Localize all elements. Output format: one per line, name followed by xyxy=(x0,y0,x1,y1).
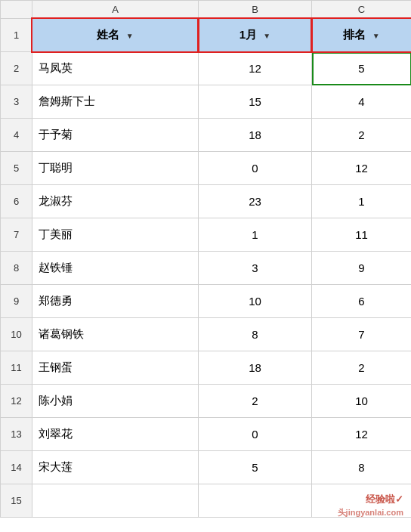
rownum-8: 8 xyxy=(1,252,32,285)
header-label-jan: 1月 xyxy=(239,28,257,41)
cell-jan[interactable]: 2 xyxy=(199,385,312,418)
cell-rank[interactable]: 5 xyxy=(312,52,412,85)
rownum-13: 13 xyxy=(1,418,32,451)
col-header-b: B xyxy=(199,1,312,19)
cell-rank[interactable]: 10 xyxy=(312,385,412,418)
cell-jan[interactable] xyxy=(199,484,312,518)
header-label-rank: 排名 xyxy=(343,28,366,41)
cell-name[interactable]: 龙淑芬 xyxy=(32,185,199,218)
table-row: 12陈小娟210 xyxy=(1,385,412,418)
col-header-a: A xyxy=(32,1,199,19)
header-cell-rank[interactable]: 排名 ▼ xyxy=(312,19,412,52)
rownum-15: 15 xyxy=(1,484,32,518)
cell-rank[interactable]: 4 xyxy=(312,85,412,119)
rownum-11: 11 xyxy=(1,351,32,385)
cell-rank[interactable]: 12 xyxy=(312,152,412,185)
header-cell-name[interactable]: 姓名 ▼ xyxy=(32,19,199,52)
table-row: 2马凤英125 xyxy=(1,52,412,85)
rownum-5: 5 xyxy=(1,152,32,185)
cell-name[interactable]: 赵铁锤 xyxy=(32,252,199,285)
rownum-1: 1 xyxy=(1,19,32,52)
cell-name[interactable]: 丁聪明 xyxy=(32,152,199,185)
rownum-12: 12 xyxy=(1,385,32,418)
col-header-c: C xyxy=(312,1,412,19)
cell-jan[interactable]: 8 xyxy=(199,318,312,351)
cell-name[interactable]: 丁美丽 xyxy=(32,218,199,252)
watermark: 经验啦✓ 头jingyanlai.com xyxy=(338,493,403,518)
cell-rank[interactable]: 12 xyxy=(312,418,412,451)
cell-rank[interactable]: 2 xyxy=(312,351,412,385)
rownum-9: 9 xyxy=(1,285,32,318)
watermark-line1: 经验啦✓ xyxy=(338,493,403,506)
cell-jan[interactable]: 12 xyxy=(199,52,312,85)
grid-wrapper: A B C 1 姓名 ▼ 1月 ▼ xyxy=(0,0,411,532)
cell-name[interactable]: 马凤英 xyxy=(32,52,199,85)
cell-rank[interactable]: 7 xyxy=(312,318,412,351)
rownum-6: 6 xyxy=(1,185,32,218)
cell-name[interactable]: 郑德勇 xyxy=(32,285,199,318)
table-row: 4于予菊182 xyxy=(1,119,412,152)
cell-rank[interactable]: 9 xyxy=(312,252,412,285)
cell-jan[interactable]: 15 xyxy=(199,85,312,119)
rownum-14: 14 xyxy=(1,451,32,484)
table-row: 14宋大莲58 xyxy=(1,451,412,484)
filter-btn-name[interactable]: ▼ xyxy=(126,32,134,40)
cell-jan[interactable]: 3 xyxy=(199,252,312,285)
cell-rank[interactable]: 8 xyxy=(312,451,412,484)
table-row: 7丁美丽111 xyxy=(1,218,412,252)
table-row: 13刘翠花012 xyxy=(1,418,412,451)
cell-jan[interactable]: 1 xyxy=(199,218,312,252)
spreadsheet: A B C 1 姓名 ▼ 1月 ▼ xyxy=(0,0,411,532)
cell-name[interactable]: 詹姆斯下士 xyxy=(32,85,199,119)
header-label-name: 姓名 xyxy=(97,28,119,41)
table-row: 10诸葛钢铁87 xyxy=(1,318,412,351)
spreadsheet-table: A B C 1 姓名 ▼ 1月 ▼ xyxy=(0,0,411,518)
cell-name[interactable]: 刘翠花 xyxy=(32,418,199,451)
table-row: 6龙淑芬231 xyxy=(1,185,412,218)
table-row: 9郑德勇106 xyxy=(1,285,412,318)
cell-jan[interactable]: 18 xyxy=(199,351,312,385)
cell-name[interactable]: 诸葛钢铁 xyxy=(32,318,199,351)
rownum-3: 3 xyxy=(1,85,32,119)
cell-rank[interactable]: 11 xyxy=(312,218,412,252)
column-header-row: A B C xyxy=(1,1,412,19)
filter-btn-rank[interactable]: ▼ xyxy=(372,32,380,40)
cell-name[interactable]: 陈小娟 xyxy=(32,385,199,418)
filter-btn-jan[interactable]: ▼ xyxy=(263,32,270,40)
cell-jan[interactable]: 18 xyxy=(199,119,312,152)
header-cell-jan[interactable]: 1月 ▼ xyxy=(199,19,312,52)
cell-jan[interactable]: 10 xyxy=(199,285,312,318)
cell-name[interactable]: 于予菊 xyxy=(32,119,199,152)
cell-rank[interactable]: 1 xyxy=(312,185,412,218)
cell-name[interactable]: 王钢蛋 xyxy=(32,351,199,385)
corner-cell xyxy=(1,1,32,19)
cell-name[interactable] xyxy=(32,484,199,518)
cell-jan[interactable]: 23 xyxy=(199,185,312,218)
cell-jan[interactable]: 5 xyxy=(199,451,312,484)
table-row: 8赵铁锤39 xyxy=(1,252,412,285)
cell-jan[interactable]: 0 xyxy=(199,152,312,185)
cell-jan[interactable]: 0 xyxy=(199,418,312,451)
table-row: 5丁聪明012 xyxy=(1,152,412,185)
watermark-line2: 头jingyanlai.com xyxy=(338,507,403,518)
rownum-2: 2 xyxy=(1,52,32,85)
rownum-4: 4 xyxy=(1,119,32,152)
rownum-10: 10 xyxy=(1,318,32,351)
table-row: 3詹姆斯下士154 xyxy=(1,85,412,119)
filter-header-row: 1 姓名 ▼ 1月 ▼ 排名 ▼ xyxy=(1,19,412,52)
cell-name[interactable]: 宋大莲 xyxy=(32,451,199,484)
cell-rank[interactable]: 6 xyxy=(312,285,412,318)
rownum-7: 7 xyxy=(1,218,32,252)
table-row: 11王钢蛋182 xyxy=(1,351,412,385)
cell-rank[interactable]: 2 xyxy=(312,119,412,152)
